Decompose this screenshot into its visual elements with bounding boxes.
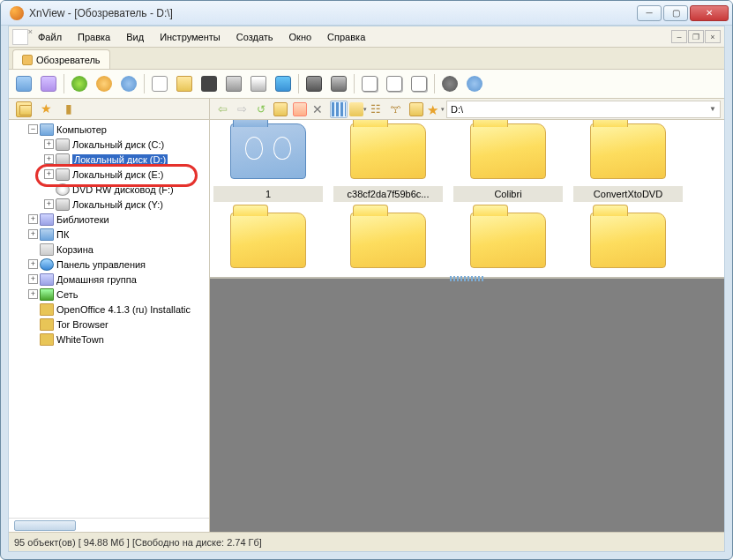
app-icon: [10, 6, 24, 20]
window-title: XnView - [Обозреватель - D:\]: [29, 7, 637, 19]
splitter-handle[interactable]: [450, 276, 485, 281]
tree-node-control-panel[interactable]: +Панель управления: [9, 257, 209, 272]
tree-node-libraries[interactable]: +Библиотеки: [9, 212, 209, 227]
settings-button[interactable]: [438, 72, 461, 95]
photo-button[interactable]: [272, 72, 295, 95]
camera-button[interactable]: [303, 72, 325, 95]
layout-button[interactable]: [408, 101, 425, 118]
scrollbar-thumb[interactable]: [14, 520, 76, 531]
folder-button[interactable]: [173, 72, 196, 95]
menu-tools[interactable]: Инструменты: [153, 30, 227, 44]
toolbar-separator: [144, 74, 145, 93]
menu-create[interactable]: Создать: [230, 30, 280, 44]
scan-button[interactable]: [247, 72, 270, 95]
thumb-caption: c38cf2da7f59b6c...: [333, 186, 443, 202]
mdi-controls: – ❐ ×: [671, 30, 721, 43]
web-button[interactable]: [383, 72, 406, 95]
special-folder-button[interactable]: [291, 101, 309, 118]
thumbnail-view[interactable]: 1 c38cf2da7f59b6c... Colibri ConvertXtoD…: [210, 120, 724, 277]
tree-node-computer[interactable]: −Компьютер: [9, 122, 209, 137]
thumb-item[interactable]: [453, 213, 563, 268]
maximize-button[interactable]: ▢: [663, 5, 688, 21]
open-button[interactable]: [148, 72, 171, 95]
folder-icon: [470, 123, 546, 179]
thumbnails-button[interactable]: [330, 101, 348, 118]
minimize-button[interactable]: ─: [637, 5, 662, 21]
thumb-item[interactable]: [333, 213, 443, 268]
info-button[interactable]: [463, 72, 486, 95]
close-button[interactable]: ✕: [690, 5, 729, 21]
filter-button[interactable]: 🝖: [388, 101, 406, 118]
tree-node-whitetown[interactable]: WhiteTown: [9, 332, 209, 347]
menu-view[interactable]: Вид: [120, 30, 150, 44]
folders-icon[interactable]: [16, 101, 32, 117]
tree-node-drive-c[interactable]: +Локальный диск (C:): [9, 137, 209, 152]
folder-icon: [470, 213, 546, 268]
menu-window[interactable]: Окно: [283, 30, 318, 44]
back-button[interactable]: [93, 72, 116, 95]
nav-up-button[interactable]: ↺: [252, 101, 270, 118]
print-button[interactable]: [222, 72, 245, 95]
address-input[interactable]: D:\ ▼: [446, 101, 721, 118]
tree-node-drive-e[interactable]: +Локальный диск (E:): [9, 167, 209, 182]
nav-forward-button[interactable]: ⇨: [233, 101, 251, 118]
thumb-item[interactable]: 1: [213, 123, 323, 202]
search-button[interactable]: [198, 72, 221, 95]
tree-node-homegroup[interactable]: +Домашняя группа: [9, 272, 209, 287]
address-dropdown-icon[interactable]: ▼: [709, 105, 716, 113]
favorites-button[interactable]: ★▾: [427, 101, 445, 118]
tree-node-pc[interactable]: +ПК: [9, 227, 209, 242]
tree-node-drive-f[interactable]: DVD RW дисковод (F:): [9, 182, 209, 197]
sort-button[interactable]: ☷: [369, 101, 386, 118]
client-area: Файл Правка Вид Инструменты Создать Окно…: [8, 26, 725, 552]
favorites-icon[interactable]: ★: [41, 101, 56, 117]
preview-pane: [210, 277, 724, 532]
tab-label: Обозреватель: [36, 55, 101, 65]
folder-icon: [350, 213, 426, 268]
sheet-button[interactable]: [408, 72, 430, 95]
tree-node-tor[interactable]: Tor Browser: [9, 317, 209, 332]
nav-back-button[interactable]: ⇦: [213, 101, 231, 118]
tree-scrollbar[interactable]: [9, 518, 209, 532]
new-folder-button[interactable]: [272, 101, 289, 118]
tree-node-openoffice[interactable]: OpenOffice 4.1.3 (ru) Installatic: [9, 302, 209, 317]
screen2-button[interactable]: [37, 72, 60, 95]
thumb-item[interactable]: Colibri: [453, 123, 563, 202]
folder-icon: [230, 123, 306, 179]
menu-help[interactable]: Справка: [321, 30, 371, 44]
thumb-item[interactable]: ConvertXtoDVD: [573, 123, 683, 202]
document-icon: [12, 29, 28, 45]
thumb-item[interactable]: [213, 213, 323, 268]
thumb-caption: 1: [213, 186, 323, 202]
mdi-close[interactable]: ×: [705, 30, 721, 43]
slideshow-button[interactable]: [358, 72, 381, 95]
content-panel: ⇦ ⇨ ↺ ✕ ▾ ☷ 🝖 ★▾ D:\ ▼: [210, 99, 724, 532]
refresh-button[interactable]: [68, 72, 91, 95]
folder-icon: [230, 213, 306, 268]
tab-browser[interactable]: Обозреватель: [12, 49, 110, 69]
tree-node-network[interactable]: +Сеть: [9, 287, 209, 302]
thumb-item[interactable]: c38cf2da7f59b6c...: [333, 123, 443, 202]
delete-button[interactable]: ✕: [310, 101, 328, 118]
body-split: ★ ▮ −Компьютер +Локальный диск (C:) +Лок…: [9, 99, 724, 532]
folder-tree[interactable]: −Компьютер +Локальный диск (C:) +Локальн…: [9, 120, 209, 518]
folder-icon: [590, 123, 666, 179]
screen1-button[interactable]: [12, 72, 35, 95]
tree-tools: ★ ▮: [9, 99, 209, 120]
convert-button[interactable]: [117, 72, 140, 95]
capture-button[interactable]: [327, 72, 350, 95]
address-toolbar: ⇦ ⇨ ↺ ✕ ▾ ☷ 🝖 ★▾ D:\ ▼: [210, 99, 724, 120]
status-text: 95 объект(ов) [ 94.88 Мб ] [Свободно на …: [14, 537, 262, 548]
view-dropdown[interactable]: ▾: [349, 101, 367, 118]
mdi-minimize[interactable]: –: [671, 30, 687, 43]
thumb-item[interactable]: [573, 213, 683, 268]
menu-file[interactable]: Файл: [32, 30, 68, 44]
categories-icon[interactable]: ▮: [65, 101, 81, 117]
tree-node-drive-y[interactable]: +Локальный диск (Y:): [9, 197, 209, 212]
menu-edit[interactable]: Правка: [71, 30, 116, 44]
titlebar[interactable]: XnView - [Обозреватель - D:\] ─ ▢ ✕: [1, 1, 732, 26]
folder-icon: [590, 213, 666, 268]
mdi-restore[interactable]: ❐: [688, 30, 704, 43]
tree-node-trash[interactable]: Корзина: [9, 242, 209, 257]
tree-node-drive-d[interactable]: +Локальный диск (D:): [9, 152, 209, 167]
